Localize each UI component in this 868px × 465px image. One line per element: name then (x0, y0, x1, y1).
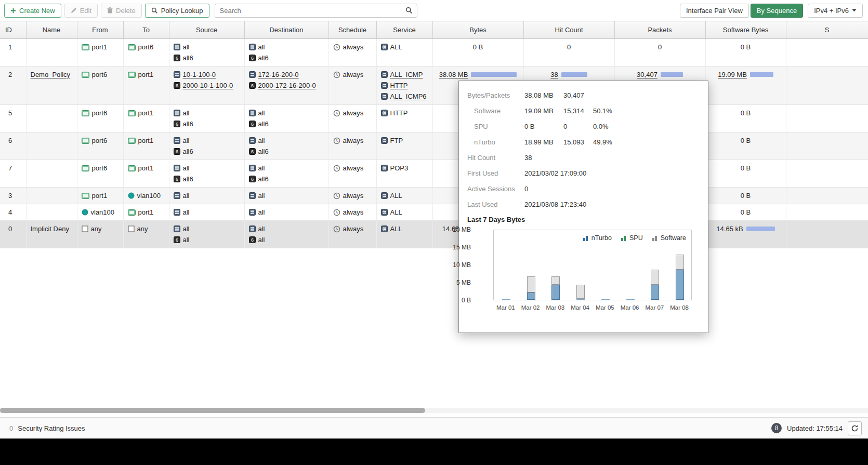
source-label: all6 (183, 146, 193, 157)
policy-name[interactable]: Demo_Policy (31, 71, 71, 78)
software-bytes-usage-bar (750, 72, 773, 77)
table-header-row: IDNameFromToSourceDestinationScheduleSer… (0, 21, 868, 39)
chart-bar-software-mar-04 (576, 285, 585, 299)
schedule-label: always (343, 223, 364, 234)
ip-version-dropdown[interactable]: IPv4 + IPv6 (808, 4, 863, 18)
from-cell: port6 (77, 160, 123, 188)
column-header-label: Software Bytes (723, 26, 768, 34)
chart-bar-nturbo-mar-01 (502, 299, 510, 300)
source-entry: 6all6 (174, 118, 240, 129)
policy-row-7[interactable]: 7port6port1all6all6all6all6alwaysPOP30 B (0, 160, 868, 188)
column-header-from[interactable]: From (77, 21, 123, 39)
subnet-icon (249, 192, 256, 199)
chart-legend: nTurboSPUSoftware (583, 234, 686, 242)
column-header-id[interactable]: ID (0, 21, 26, 39)
chart-bar-nturbo-mar-07 (651, 285, 659, 300)
software-bytes-cell: 0 B (705, 160, 786, 188)
bytes-metric: 38.08 MB (437, 69, 519, 80)
schedule-cell: always (328, 188, 376, 204)
schedule-label: always (343, 207, 364, 218)
source-label[interactable]: 10-1-100-0 (183, 69, 216, 80)
ipv6-icon: 6 (249, 82, 256, 89)
service-entry: ALL (381, 42, 428, 52)
interface-icon (82, 44, 89, 50)
interface-pair-view-button[interactable]: Interface Pair View (680, 4, 749, 18)
service-entry: HTTP (381, 80, 428, 91)
interface-icon (82, 72, 89, 78)
service-label[interactable]: ALL_ICMP6 (390, 91, 427, 102)
service-cell: FTP (376, 132, 432, 160)
column-header-s[interactable]: S (786, 21, 868, 39)
chart-bar-nturbo-mar-02 (527, 293, 535, 300)
software-bytes-metric: 0 B (710, 163, 782, 174)
create-new-button[interactable]: Create New (4, 4, 61, 18)
truncated-cell (786, 39, 868, 67)
policy-row-3[interactable]: 3port1vlan100allallalwaysALL0 B (0, 188, 868, 204)
refresh-button[interactable] (848, 421, 862, 435)
column-header-label: Destination (269, 26, 303, 34)
horizontal-scrollbar[interactable] (0, 408, 868, 413)
chart-bar-software-mar-02 (527, 276, 535, 293)
column-header-to[interactable]: To (123, 21, 169, 39)
hit-count-value[interactable]: 38 (550, 69, 558, 80)
column-header-name[interactable]: Name (26, 21, 77, 39)
to-label: any (137, 223, 148, 234)
packets-value[interactable]: 30,407 (637, 69, 657, 80)
destination-cell: all6all6 (244, 39, 328, 67)
notification-badge[interactable]: 8 (771, 423, 782, 433)
horizontal-scrollbar-thumb[interactable] (0, 408, 425, 413)
svg-text:6: 6 (251, 56, 253, 61)
by-sequence-button[interactable]: By Sequence (751, 4, 803, 18)
delete-button[interactable]: Delete (101, 4, 142, 18)
source-cell: all6all (169, 221, 244, 248)
column-header-source[interactable]: Source (169, 21, 244, 39)
service-label[interactable]: ALL_ICMP (390, 69, 423, 80)
chart-bar-software-mar-08 (676, 255, 684, 270)
policy-row-4[interactable]: 4vlan100port1allallalwaysALL0 B (0, 204, 868, 221)
policy-id: 5 (8, 109, 12, 117)
column-header-hit-count[interactable]: Hit Count (523, 21, 614, 39)
column-header-packets[interactable]: Packets (614, 21, 705, 39)
service-cell: ALL (376, 39, 432, 67)
column-header-destination[interactable]: Destination (244, 21, 328, 39)
destination-entry: 6all6 (249, 118, 324, 129)
software-bytes-value: 0 B (741, 190, 751, 201)
x-axis-tick-label: Mar 08 (667, 304, 692, 311)
policy-stats-list: Bytes/Packets38.08 MB30,407Software19.09… (467, 87, 700, 212)
from-entry: port6 (82, 163, 119, 174)
bytes-value[interactable]: 38.08 MB (439, 69, 468, 80)
policy-row-6[interactable]: 6port6port1all6all6all6all6alwaysFTP0 B (0, 132, 868, 160)
software-bytes-metric: 0 B (710, 108, 782, 118)
destination-label[interactable]: 172-16-200-0 (258, 69, 299, 80)
policy-row-5[interactable]: 5port6port1all6all6all6all6alwaysHTTP0 B (0, 105, 868, 132)
software-bytes-value[interactable]: 19.09 MB (718, 69, 747, 80)
policy-lookup-button[interactable]: Policy Lookup (145, 4, 209, 18)
y-axis-tick-label: 0 B (448, 297, 471, 304)
source-label: all6 (183, 174, 193, 184)
subnet-icon (174, 137, 180, 144)
policy-row-1[interactable]: 1port1port6all6all6all6all6alwaysALL0 B0… (0, 39, 868, 67)
column-header-bytes[interactable]: Bytes (432, 21, 523, 39)
service-entry: ALL_ICMP6 (381, 91, 428, 102)
column-header-software-bytes[interactable]: Software Bytes (705, 21, 786, 39)
service-label: POP3 (390, 163, 409, 174)
search-button[interactable] (401, 4, 417, 18)
updated-time: Updated: 17:55:14 (787, 424, 843, 432)
destination-label[interactable]: 2000-172-16-200-0 (258, 80, 316, 91)
edit-button[interactable]: Edit (64, 4, 98, 18)
destination-entry: all (249, 223, 324, 234)
stat-label: Bytes/Packets (467, 91, 524, 99)
column-header-schedule[interactable]: Schedule (328, 21, 376, 39)
service-icon (381, 71, 388, 78)
pencil-icon (71, 7, 77, 14)
packets-metric: 0 (619, 42, 701, 52)
ipv6-icon: 6 (174, 148, 180, 155)
column-header-label: Bytes (469, 26, 486, 34)
from-entry: vlan100 (82, 207, 119, 218)
column-header-service[interactable]: Service (376, 21, 432, 39)
service-label[interactable]: HTTP (390, 80, 408, 91)
source-label[interactable]: 2000-10-1-100-0 (183, 80, 233, 91)
policy-row-2[interactable]: 2Demo_Policyport6port110-1-100-062000-10… (0, 67, 868, 105)
search-input[interactable] (215, 4, 401, 18)
policy-row-0[interactable]: 0Implicit Denyanyanyall6allall6allalways… (0, 221, 868, 248)
